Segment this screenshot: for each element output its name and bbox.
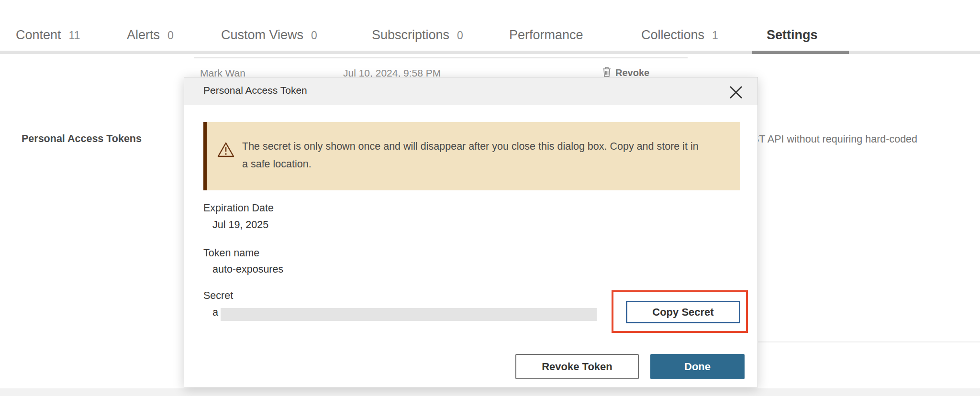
warning-triangle-icon [217, 142, 234, 158]
tab-collections[interactable]: Collections 1 [641, 28, 718, 43]
tab-count-badge: 1 [712, 29, 718, 42]
trash-icon[interactable] [602, 66, 612, 77]
close-x-icon[interactable] [727, 83, 745, 101]
page-footer-strip [0, 388, 980, 396]
tab-label: Collections [641, 28, 704, 43]
tab-label: Custom Views [221, 28, 303, 43]
tab-label: Alerts [127, 28, 160, 43]
tab-settings[interactable]: Settings [767, 28, 818, 43]
tab-count-badge: 0 [167, 29, 174, 42]
dialog-title: Personal Access Token [203, 85, 307, 96]
tab-custom-views[interactable]: Custom Views 0 [221, 28, 317, 43]
tab-label: Performance [509, 28, 583, 43]
tab-count-badge: 11 [69, 29, 80, 42]
copy-secret-button[interactable]: Copy Secret [626, 301, 740, 323]
tab-count-badge: 0 [457, 29, 463, 42]
tab-label: Subscriptions [372, 28, 449, 43]
done-button[interactable]: Done [650, 354, 745, 379]
table-row-divider [194, 57, 688, 58]
tab-label: Settings [767, 28, 818, 43]
token-name-label: Token name [203, 247, 259, 259]
expiration-date-label: Expiration Date [203, 202, 274, 214]
secret-redacted-bar [221, 308, 597, 321]
dialog-header: Personal Access Token [184, 77, 757, 105]
page: Content 11 Alerts 0 Custom Views 0 Subsc… [0, 0, 980, 396]
tab-label: Content [16, 28, 61, 43]
secret-value-text: a [212, 307, 218, 319]
tab-content[interactable]: Content 11 [16, 28, 80, 43]
personal-access-token-dialog: Personal Access Token The secret is only… [184, 77, 758, 387]
warning-message: The secret is only shown once and will d… [242, 138, 706, 173]
section-description-fragment: ST API without requiring hard-coded [752, 133, 917, 145]
tab-count-badge: 0 [311, 29, 317, 42]
revoke-token-button[interactable]: Revoke Token [515, 354, 639, 379]
expiration-date-value: Jul 19, 2025 [212, 219, 268, 231]
token-name-value: auto-exposures [212, 264, 283, 275]
secret-label: Secret [203, 290, 233, 302]
section-title: Personal Access Tokens [22, 133, 142, 145]
tab-alerts[interactable]: Alerts 0 [127, 28, 174, 43]
tab-subscriptions[interactable]: Subscriptions 0 [372, 28, 463, 43]
tab-performance[interactable]: Performance [509, 28, 583, 43]
warning-banner: The secret is only shown once and will d… [203, 122, 740, 190]
active-tab-indicator [752, 51, 849, 54]
